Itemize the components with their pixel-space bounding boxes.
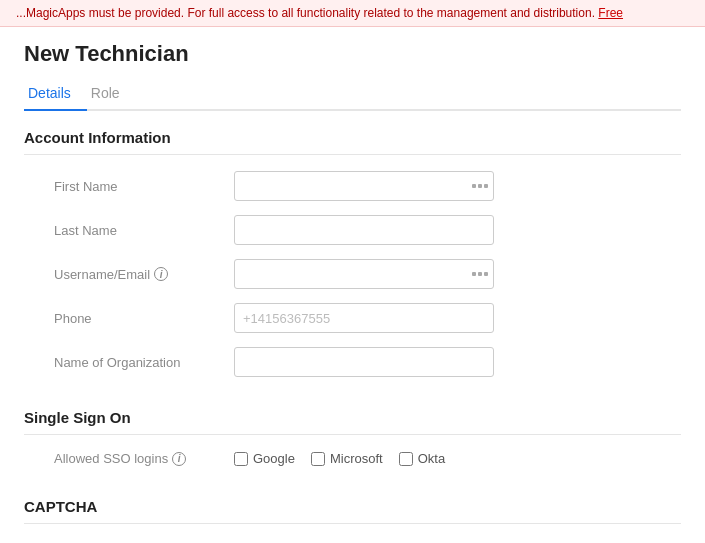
first-name-row: First Name — [24, 171, 681, 201]
username-info-icon[interactable]: i — [154, 267, 168, 281]
sso-option-google[interactable]: Google — [234, 451, 295, 466]
captcha-section: CAPTCHA — [0, 480, 705, 524]
org-name-input[interactable] — [234, 347, 494, 377]
sso-google-label: Google — [253, 451, 295, 466]
username-row: Username/Email i — [24, 259, 681, 289]
sso-info-icon[interactable]: i — [172, 452, 186, 466]
username-input-wrapper — [234, 259, 494, 289]
sso-label: Allowed SSO logins i — [54, 451, 234, 466]
phone-input[interactable] — [234, 303, 494, 333]
captcha-divider — [24, 523, 681, 524]
first-name-input[interactable] — [234, 171, 494, 201]
sso-checkbox-google[interactable] — [234, 452, 248, 466]
last-name-row: Last Name — [24, 215, 681, 245]
banner-link[interactable]: Free — [598, 6, 623, 20]
last-name-label: Last Name — [54, 223, 234, 238]
sso-divider — [24, 434, 681, 435]
org-name-row: Name of Organization — [24, 347, 681, 377]
last-name-input[interactable] — [234, 215, 494, 245]
tab-role[interactable]: Role — [87, 77, 136, 111]
account-section: Account Information First Name Last Name… — [0, 111, 705, 377]
username-label: Username/Email i — [54, 267, 234, 282]
account-divider — [24, 154, 681, 155]
page-header: New Technician Details Role — [0, 27, 705, 111]
sso-section-title: Single Sign On — [24, 409, 681, 426]
sso-okta-label: Okta — [418, 451, 445, 466]
page-title: New Technician — [24, 41, 681, 67]
banner-text: ...MagicApps must be provided. For full … — [16, 6, 595, 20]
tabs-container: Details Role — [24, 77, 681, 111]
phone-label: Phone — [54, 311, 234, 326]
sso-checkbox-microsoft[interactable] — [311, 452, 325, 466]
sso-microsoft-label: Microsoft — [330, 451, 383, 466]
sso-section: Single Sign On Allowed SSO logins i Goog… — [0, 391, 705, 466]
phone-row: Phone — [24, 303, 681, 333]
tab-details[interactable]: Details — [24, 77, 87, 111]
sso-option-microsoft[interactable]: Microsoft — [311, 451, 383, 466]
first-name-input-wrapper — [234, 171, 494, 201]
notice-banner: ...MagicApps must be provided. For full … — [0, 0, 705, 27]
sso-options: Google Microsoft Okta — [234, 451, 445, 466]
org-name-label: Name of Organization — [54, 355, 234, 370]
account-section-title: Account Information — [24, 129, 681, 146]
username-input[interactable] — [234, 259, 494, 289]
sso-checkbox-okta[interactable] — [399, 452, 413, 466]
captcha-title: CAPTCHA — [24, 498, 681, 515]
first-name-label: First Name — [54, 179, 234, 194]
sso-row: Allowed SSO logins i Google Microsoft Ok… — [24, 451, 681, 466]
sso-option-okta[interactable]: Okta — [399, 451, 445, 466]
